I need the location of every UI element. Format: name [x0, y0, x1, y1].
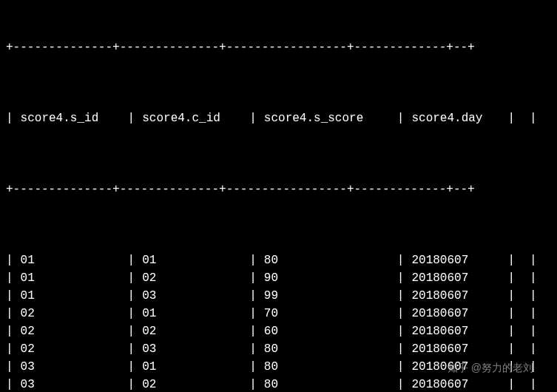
- pipe-char: |: [249, 358, 257, 376]
- cell-day: 20180607: [404, 322, 507, 340]
- pipe-char: |: [397, 376, 405, 392]
- cell-s-score: 80: [257, 376, 397, 392]
- cell-s-score: 80: [257, 251, 397, 269]
- pipe-char: |: [6, 287, 13, 305]
- query-result-table: +--------------+--------------+---------…: [6, 3, 551, 392]
- cell-c-id: 01: [135, 358, 249, 376]
- pipe-char: |: [530, 269, 537, 287]
- pipe-char: |: [249, 251, 257, 269]
- pipe-char: |: [507, 109, 515, 127]
- pipe-char: |: [530, 340, 537, 358]
- cell-c-id: 03: [135, 340, 249, 358]
- cell-s-score: 80: [257, 340, 397, 358]
- cell-s-score: 80: [257, 358, 397, 376]
- pipe-char: |: [128, 322, 135, 340]
- cell-s-id: 02: [13, 305, 128, 322]
- cell-day: 20180607: [404, 376, 507, 392]
- pipe-char: |: [507, 251, 515, 269]
- cell-s-id: 01: [13, 287, 128, 305]
- pipe-char: |: [249, 287, 257, 305]
- cell-day: 20180607: [404, 340, 507, 358]
- pipe-char: |: [397, 269, 405, 287]
- pipe-char: |: [6, 340, 13, 358]
- cell-day: 20180607: [404, 287, 507, 305]
- pipe-char: |: [397, 322, 405, 340]
- pipe-char: |: [249, 109, 257, 127]
- pipe-char: |: [397, 287, 405, 305]
- pipe-char: |: [507, 287, 515, 305]
- table-row: |03|02|80|20180607||: [6, 376, 551, 392]
- pipe-char: |: [6, 376, 13, 392]
- cell-s-score: 99: [257, 287, 397, 305]
- header-day: score4.day: [404, 109, 507, 127]
- table-row: |02|03|80|20180607||: [6, 340, 551, 358]
- pipe-char: |: [507, 376, 515, 392]
- cell-s-score: 60: [257, 322, 397, 340]
- pipe-char: |: [397, 340, 405, 358]
- cell-s-score: 70: [257, 305, 397, 322]
- pipe-char: |: [6, 322, 13, 340]
- pipe-char: |: [507, 269, 515, 287]
- pipe-char: |: [128, 287, 135, 305]
- pipe-char: |: [128, 305, 135, 322]
- table-row: |01|01|80|20180607||: [6, 251, 551, 269]
- table-row: |02|02|60|20180607||: [6, 322, 551, 340]
- cell-day: 20180607: [404, 251, 507, 269]
- header-s-score: score4.s_score: [257, 109, 397, 127]
- table-header-row: | score4.s_id | score4.c_id | score4.s_s…: [6, 109, 551, 127]
- cell-s-id: 03: [13, 358, 128, 376]
- pipe-char: |: [249, 340, 257, 358]
- pipe-char: |: [6, 109, 13, 127]
- table-border-header: +--------------+--------------+---------…: [6, 180, 551, 198]
- cell-c-id: 01: [135, 305, 249, 322]
- pipe-char: |: [530, 287, 537, 305]
- pipe-char: |: [530, 322, 537, 340]
- pipe-char: |: [530, 109, 537, 127]
- cell-c-id: 02: [135, 269, 249, 287]
- pipe-char: |: [249, 322, 257, 340]
- pipe-char: |: [128, 269, 135, 287]
- pipe-char: |: [397, 358, 405, 376]
- pipe-char: |: [6, 358, 13, 376]
- pipe-char: |: [397, 109, 405, 127]
- pipe-char: |: [128, 251, 135, 269]
- cell-s-id: 03: [13, 376, 128, 392]
- pipe-char: |: [397, 305, 405, 322]
- pipe-char: |: [249, 376, 257, 392]
- cell-c-id: 02: [135, 376, 249, 392]
- cell-c-id: 01: [135, 251, 249, 269]
- pipe-char: |: [397, 251, 405, 269]
- pipe-char: |: [128, 376, 135, 392]
- watermark-text: 知乎 @努力的老刘: [448, 360, 533, 376]
- pipe-char: |: [128, 109, 135, 127]
- cell-s-score: 90: [257, 269, 397, 287]
- pipe-char: |: [507, 322, 515, 340]
- header-c-id: score4.c_id: [135, 109, 249, 127]
- pipe-char: |: [6, 269, 13, 287]
- table-row: |01|03|99|20180607||: [6, 287, 551, 305]
- cell-s-id: 02: [13, 322, 128, 340]
- pipe-char: |: [530, 305, 537, 322]
- table-border-top: +--------------+--------------+---------…: [6, 38, 551, 56]
- pipe-char: |: [128, 340, 135, 358]
- cell-c-id: 03: [135, 287, 249, 305]
- table-row: |02|01|70|20180607||: [6, 305, 551, 322]
- pipe-char: |: [249, 305, 257, 322]
- cell-day: 20180607: [404, 305, 507, 322]
- cell-c-id: 02: [135, 322, 249, 340]
- pipe-char: |: [507, 340, 515, 358]
- pipe-char: |: [530, 376, 537, 392]
- header-s-id: score4.s_id: [13, 109, 128, 127]
- cell-s-id: 01: [13, 269, 128, 287]
- pipe-char: |: [530, 251, 537, 269]
- pipe-char: |: [128, 358, 135, 376]
- pipe-char: |: [6, 305, 13, 322]
- pipe-char: |: [249, 269, 257, 287]
- pipe-char: |: [6, 251, 13, 269]
- cell-day: 20180607: [404, 269, 507, 287]
- cell-s-id: 01: [13, 251, 128, 269]
- table-row: |01|02|90|20180607||: [6, 269, 551, 287]
- pipe-char: |: [507, 305, 515, 322]
- cell-s-id: 02: [13, 340, 128, 358]
